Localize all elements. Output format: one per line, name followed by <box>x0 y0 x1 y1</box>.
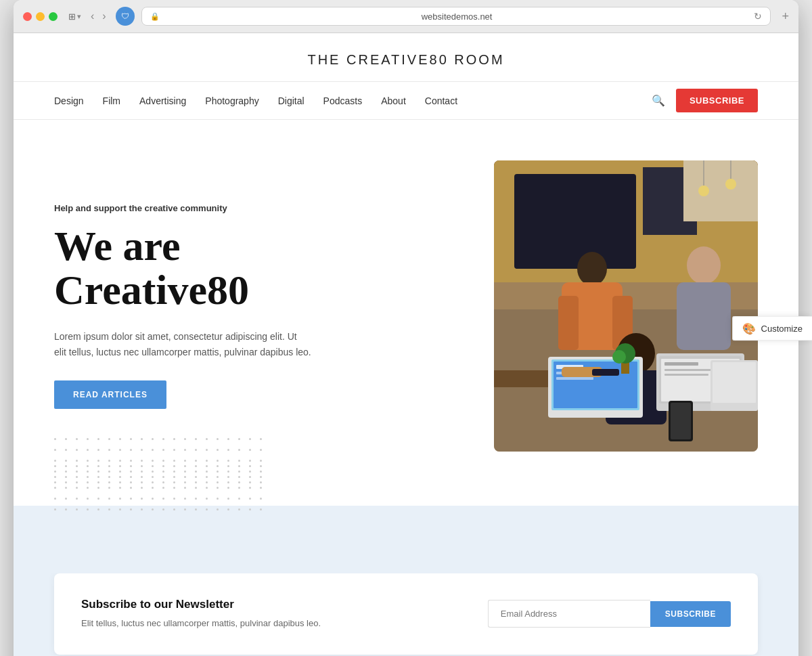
dot-item <box>130 508 132 510</box>
dot-item <box>173 449 175 451</box>
dot-item <box>227 465 229 467</box>
nav-item-contact[interactable]: Contact <box>425 95 457 107</box>
dot-item <box>173 476 175 478</box>
dot-item <box>206 449 208 451</box>
dot-item <box>130 498 132 500</box>
dot-item <box>249 460 251 462</box>
dot-item <box>97 438 99 440</box>
nav-link-digital[interactable]: Digital <box>278 95 304 106</box>
nav-link-design[interactable]: Design <box>54 95 84 106</box>
address-bar[interactable]: 🔒 websitedemos.net ↻ <box>141 7 771 26</box>
dot-item <box>238 465 240 467</box>
dot-item <box>173 460 175 462</box>
nav-item-design[interactable]: Design <box>54 95 84 107</box>
new-tab-button[interactable]: + <box>782 9 789 24</box>
dot-item <box>217 460 219 462</box>
nav-item-photography[interactable]: Photography <box>205 95 258 107</box>
dot-item <box>108 438 110 440</box>
light-blue-band <box>14 506 798 573</box>
hero-description: Lorem ipsum dolor sit amet, consectetur … <box>54 329 311 360</box>
dot-item <box>238 487 240 489</box>
newsletter-text: Subscribe to our Newsletter Elit tellus,… <box>81 598 461 630</box>
dot-item <box>65 476 67 478</box>
read-articles-button[interactable]: READ ARTICLES <box>54 380 166 409</box>
dot-item <box>97 508 99 510</box>
email-input[interactable] <box>488 600 650 628</box>
hero-section: Help and support the creative community … <box>14 120 798 452</box>
svg-rect-28 <box>664 362 698 366</box>
nav-item-film[interactable]: Film <box>103 95 120 107</box>
dot-item <box>217 465 219 467</box>
dot-item <box>260 508 262 510</box>
dot-item <box>119 460 121 462</box>
dot-item <box>217 498 219 500</box>
dot-item <box>76 465 78 467</box>
svg-rect-30 <box>664 374 708 376</box>
dot-item <box>184 460 186 462</box>
refresh-icon[interactable]: ↻ <box>754 11 762 22</box>
hero-tagline: Help and support the creative community <box>54 203 352 213</box>
site-header: THE CREATIVE80 ROOM <box>14 33 798 82</box>
dot-item <box>260 465 262 467</box>
nav-item-advertising[interactable]: Advertising <box>139 95 186 107</box>
nav-link-film[interactable]: Film <box>103 95 120 106</box>
forward-button[interactable]: › <box>99 9 108 24</box>
dot-item <box>162 438 164 440</box>
nav-link-contact[interactable]: Contact <box>425 95 457 106</box>
dot-item <box>87 476 89 478</box>
sidebar-toggle[interactable]: ⊞ ▾ <box>68 12 81 22</box>
hero-content: Help and support the creative community … <box>54 203 379 408</box>
team-photo-svg <box>494 160 758 452</box>
nav-link-podcasts[interactable]: Podcasts <box>323 95 363 106</box>
dot-item <box>65 465 67 467</box>
dot-item <box>260 449 262 451</box>
newsletter-title: Subscribe to our Newsletter <box>81 598 461 611</box>
dot-item <box>130 487 132 489</box>
dot-item <box>87 487 89 489</box>
back-button[interactable]: ‹ <box>88 9 97 24</box>
dot-item <box>206 438 208 440</box>
nav-link-advertising[interactable]: Advertising <box>139 95 186 106</box>
dot-item <box>184 449 186 451</box>
dot-item <box>238 438 240 440</box>
dot-item <box>130 460 132 462</box>
maximize-button[interactable] <box>49 12 58 21</box>
nav-item-about[interactable]: About <box>381 95 406 107</box>
dot-item <box>195 508 197 510</box>
dot-item <box>54 438 56 440</box>
search-icon[interactable]: 🔍 <box>652 94 665 107</box>
newsletter-form: SUBSCRIBE <box>488 600 731 628</box>
dot-item <box>54 508 56 510</box>
dot-item <box>108 460 110 462</box>
brave-shield-icon[interactable]: 🛡 <box>116 7 135 26</box>
svg-rect-34 <box>671 403 691 439</box>
hero-title-line1: We are <box>54 223 181 269</box>
newsletter-section: Subscribe to our Newsletter Elit tellus,… <box>14 573 798 656</box>
minimize-button[interactable] <box>36 12 45 21</box>
hero-image <box>494 160 758 452</box>
dot-item <box>249 476 251 478</box>
newsletter-subscribe-button[interactable]: SUBSCRIBE <box>650 601 731 627</box>
nav-item-podcasts[interactable]: Podcasts <box>323 95 363 107</box>
nav-subscribe-button[interactable]: SUBSCRIBE <box>676 89 758 112</box>
dot-item <box>65 498 67 500</box>
dot-item <box>108 498 110 500</box>
dot-item <box>249 498 251 500</box>
dot-item <box>141 487 143 489</box>
dot-item <box>195 487 197 489</box>
dot-item <box>141 449 143 451</box>
dot-item <box>76 449 78 451</box>
dot-item <box>162 460 164 462</box>
customize-widget[interactable]: 🎨 Customize <box>732 315 812 341</box>
nav-link-about[interactable]: About <box>381 95 406 106</box>
dot-item <box>162 449 164 451</box>
svg-point-15 <box>687 246 721 284</box>
nav-link-photography[interactable]: Photography <box>205 95 258 106</box>
dot-item <box>206 476 208 478</box>
close-button[interactable] <box>23 12 32 21</box>
dot-item <box>97 498 99 500</box>
dot-item <box>119 487 121 489</box>
dot-item <box>184 508 186 510</box>
dot-item <box>162 487 164 489</box>
nav-item-digital[interactable]: Digital <box>278 95 304 107</box>
